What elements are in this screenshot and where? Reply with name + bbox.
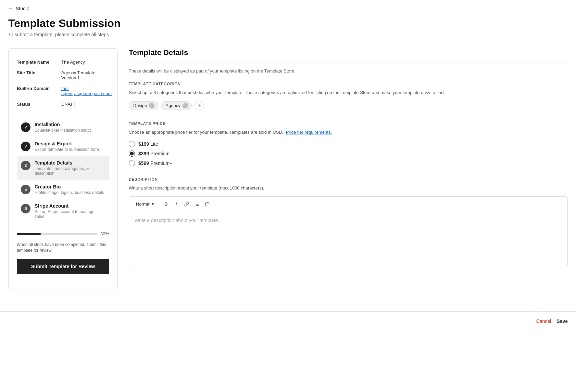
tag-add-button[interactable]: +	[195, 101, 204, 110]
editor-container: Normal ▾ B I	[129, 196, 568, 267]
section-desc: These details will be displayed as part …	[129, 68, 568, 74]
categories-label: TEMPLATE CATEGORIES	[129, 82, 568, 86]
save-button[interactable]: Save	[556, 318, 568, 324]
step-icon-stripe-account: 6	[21, 204, 30, 213]
page-subtitle: To submit a template, please complete al…	[8, 32, 568, 37]
meta-label-status: Status	[17, 102, 61, 107]
price-radio-group: $199 Lite $399 Premium $599 Premium+	[129, 141, 568, 166]
categories-desc: Select up to 3 categories that best desc…	[129, 89, 568, 96]
description-placeholder: Write a description about your template	[135, 218, 218, 223]
step-title-creator-bio: Creator Bio	[35, 184, 104, 190]
link-button[interactable]	[182, 199, 191, 209]
step-desc-stripe-account: Set up Stripe account to manage sales	[35, 209, 105, 219]
step-content-installation: Installation SquareKicker installation s…	[35, 122, 91, 133]
price-option-premium-plus[interactable]: $599 Premium+	[129, 160, 568, 166]
step-icon-design-export: ✓	[21, 142, 30, 151]
step-content-stripe-account: Stripe Account Set up Stripe account to …	[35, 203, 105, 219]
step-title-installation: Installation	[35, 122, 91, 127]
format-dropdown[interactable]: Normal ▾	[133, 200, 157, 208]
step-design-export[interactable]: ✓ Design & Export Export template to sub…	[17, 137, 109, 156]
steps-list: ✓ Installation SquareKicker installation…	[17, 118, 109, 223]
progress-bar-fill	[17, 233, 41, 235]
step-icon-creator-bio: 5	[21, 185, 30, 194]
meta-value-status: DRAFT	[61, 102, 76, 107]
meta-table: Template Name The Agency Site Title Agen…	[17, 57, 109, 109]
chevron-down-icon: ▾	[152, 201, 154, 207]
bold-button[interactable]: B	[161, 199, 171, 209]
back-label: Studio	[16, 6, 29, 11]
progress-section: 30% When all steps have been completed, …	[17, 231, 109, 274]
format-label: Normal	[136, 201, 150, 207]
tag-agency-remove[interactable]: ×	[183, 103, 188, 108]
meta-label-site-title: Site Title	[17, 70, 61, 75]
meta-label-builtin-domain: Built-in Domain	[17, 86, 61, 91]
meta-value-site-title: Agency Template Version 1	[61, 70, 109, 80]
step-stripe-account[interactable]: 6 Stripe Account Set up Stripe account t…	[17, 199, 109, 223]
content-layout: Template Name The Agency Site Title Agen…	[8, 48, 568, 289]
page-title: Template Submission	[8, 17, 568, 30]
price-label-premium: $399 Premium	[138, 151, 170, 156]
step-desc-installation: SquareKicker installation script	[35, 128, 91, 133]
step-desc-creator-bio: Profile image, logo, & business details	[35, 190, 104, 195]
unlink-button[interactable]	[202, 199, 212, 209]
step-installation[interactable]: ✓ Installation SquareKicker installation…	[17, 118, 109, 137]
progress-bar-container: 30%	[17, 231, 109, 236]
description-editor[interactable]: Write a description about your template	[129, 212, 567, 267]
page-footer: Cancel Save	[0, 311, 576, 331]
step-icon-template-details: 3	[21, 161, 30, 170]
tag-agency: Agency ×	[161, 101, 191, 110]
price-radio-lite[interactable]	[129, 141, 135, 147]
editor-toolbar: Normal ▾ B I	[129, 197, 567, 212]
step-title-stripe-account: Stripe Account	[35, 203, 105, 209]
price-option-lite[interactable]: $199 Lite	[129, 141, 568, 147]
section-title: Template Details	[129, 48, 568, 63]
meta-row-site-title: Site Title Agency Template Version 1	[17, 67, 109, 83]
step-content-template-details: Template Details Template name, categori…	[35, 160, 105, 176]
meta-label-template-name: Template Name	[17, 60, 61, 65]
list-button[interactable]	[192, 199, 202, 209]
description-desc: Write a short description about your tem…	[129, 185, 568, 192]
back-arrow-icon: ←	[8, 5, 14, 12]
step-desc-design-export: Export template to submission form	[35, 147, 99, 152]
top-nav: ← Studio	[0, 0, 576, 17]
meta-value-builtin-domain[interactable]: the-agency.squarespace.com	[61, 86, 112, 96]
cancel-button[interactable]: Cancel	[536, 318, 551, 324]
tag-design-remove[interactable]: ×	[149, 103, 154, 108]
progress-pct: 30%	[100, 231, 109, 236]
main-content: Template Details These details will be d…	[129, 48, 568, 278]
step-template-details[interactable]: 3 Template Details Template name, catego…	[17, 156, 109, 180]
progress-note: When all steps have been completed, subm…	[17, 242, 109, 253]
meta-value-template-name: The Agency	[61, 60, 85, 65]
categories-subsection: TEMPLATE CATEGORIES Select up to 3 categ…	[129, 82, 568, 110]
sidebar-card: Template Name The Agency Site Title Agen…	[8, 48, 118, 289]
price-label-premium-plus: $599 Premium+	[138, 160, 172, 166]
price-radio-premium-plus[interactable]	[129, 160, 135, 166]
meta-row-template-name: Template Name The Agency	[17, 57, 109, 67]
price-desc-text: Choose an appropriate price tier for you…	[129, 130, 283, 135]
price-label-lite: $199 Lite	[138, 141, 158, 147]
back-link[interactable]: ← Studio	[8, 5, 29, 12]
step-title-template-details: Template Details	[35, 160, 105, 166]
meta-row-status: Status DRAFT	[17, 99, 109, 109]
step-creator-bio[interactable]: 5 Creator Bio Profile image, logo, & bus…	[17, 180, 109, 199]
tags-row: Design × Agency × +	[129, 101, 568, 110]
step-content-creator-bio: Creator Bio Profile image, logo, & busin…	[35, 184, 104, 195]
submit-template-button[interactable]: Submit Template for Review	[17, 259, 109, 274]
toolbar-separator	[159, 201, 159, 208]
price-radio-premium[interactable]	[129, 151, 135, 157]
progress-bar-track	[17, 233, 97, 235]
description-label: DESCRIPTION	[129, 177, 568, 181]
price-label: TEMPLATE PRICE	[129, 121, 568, 126]
price-subsection: TEMPLATE PRICE Choose an appropriate pri…	[129, 121, 568, 167]
step-desc-template-details: Template name, categories, & description	[35, 166, 105, 176]
page-container: Template Submission To submit a template…	[0, 17, 576, 303]
price-tier-link[interactable]: Price tier requirements.	[286, 130, 332, 135]
price-desc: Choose an appropriate price tier for you…	[129, 129, 568, 136]
step-icon-installation: ✓	[21, 122, 30, 132]
tag-design: Design ×	[129, 101, 158, 110]
step-title-design-export: Design & Export	[35, 141, 99, 146]
price-option-premium[interactable]: $399 Premium	[129, 151, 568, 157]
tag-design-label: Design	[133, 103, 147, 108]
italic-button[interactable]: I	[172, 199, 181, 209]
meta-row-builtin-domain: Built-in Domain the-agency.squarespace.c…	[17, 83, 109, 99]
